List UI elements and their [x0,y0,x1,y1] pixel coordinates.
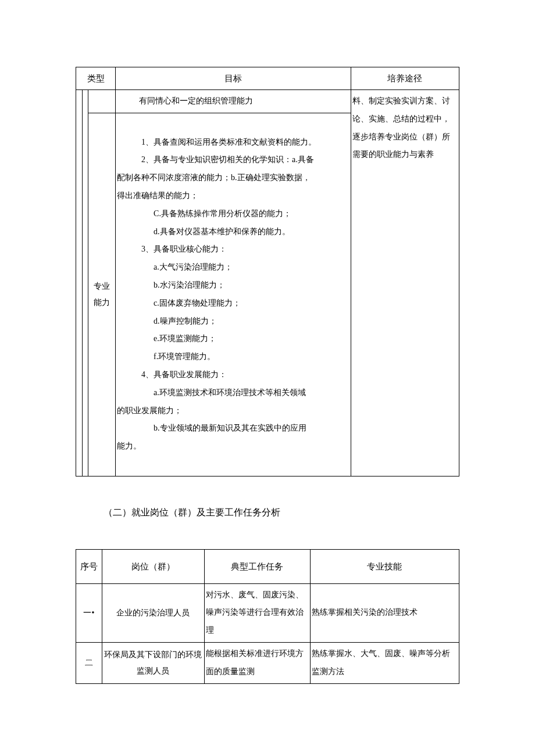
line: 的职业发展能力； [117,402,349,420]
line: C.具备熟练操作常用分析仪器的能力； [117,205,349,223]
cell-position: 企业的污染治理人员 [102,583,204,642]
category-label: 专业能力 [94,282,110,307]
table-row: 有同情心和一定的组织管理能力 料、制定实验实训方案、讨论、实施、总结的过程中，逐… [76,90,459,113]
cell-target-row1: 有同情心和一定的组织管理能力 [116,90,351,113]
line: 4、具备职业发展能力： [117,366,349,384]
cell-skill: 熟练掌握水、大气、固废、噪声等分析监测方法 [310,642,459,683]
cell-no: 一• [76,583,102,642]
cell-path: 料、制定实验实训方案、讨论、实施、总结的过程中，逐步培养专业岗位（群）所需要的职… [351,90,459,476]
line: a.环境监测技术和环境治理技术等相关领域 [117,384,349,402]
page: 类型 目标 培养途径 有同情心和一定的组织管理能力 料、制定实验实训方案、讨论、… [0,0,535,756]
line: b.专业领域的最新知识及其在实践中的应用 [117,420,349,438]
line [117,120,119,128]
cell-skill: 熟练掌握相关污染的治理技术 [310,583,459,642]
cell-blank [82,90,88,476]
cell-target-row2: 1、具备查阅和运用各类标准和文献资料的能力。 2、具备与专业知识密切相关的化学知… [116,113,351,476]
header-target: 目标 [116,67,351,90]
header-position: 岗位（群） [102,549,204,583]
header-task: 典型工作任务 [205,549,311,583]
line: f.环境管理能力。 [117,348,349,366]
table-row: 二 环保局及其下设部门的环境监测人员 能根据相关标准进行环境方面的质量监测 熟练… [76,642,459,683]
table-header-row: 类型 目标 培养途径 [76,67,459,90]
cell-position: 环保局及其下设部门的环境监测人员 [102,642,204,683]
line: b.水污染治理能力； [117,277,349,295]
table-header-row: 序号 岗位（群） 典型工作任务 专业技能 [76,549,459,583]
line: 得出准确结果的能力； [117,187,349,205]
table-row: 一• 企业的污染治理人员 对污水、废气、固废污染、噪声污染等进行合理有效治理 熟… [76,583,459,642]
header-type: 类型 [76,67,116,90]
job-analysis-table: 序号 岗位（群） 典型工作任务 专业技能 一• 企业的污染治理人员 对污水、废气… [76,549,459,684]
line [117,460,119,468]
header-no: 序号 [76,549,102,583]
cell-blank [88,90,116,113]
line: 2、具备与专业知识密切相关的化学知识：a.具备 [117,151,349,169]
line: a.大气污染治理能力； [117,259,349,277]
line: c.固体废弃物处理能力； [117,295,349,313]
cell-task: 能根据相关标准进行环境方面的质量监测 [205,642,311,683]
cell-category: 专业能力 [88,113,116,476]
line: 1、具备查阅和运用各类标准和文献资料的能力。 [117,134,349,152]
line: d.噪声控制能力； [117,313,349,331]
line: 能力。 [117,438,349,456]
line: e.环境监测能力； [117,330,349,348]
line: 3、具备职业核心能力： [117,241,349,259]
line: 配制各种不同浓度溶液的能力；b.正确处理实验数据， [117,169,349,187]
cell-task: 对污水、废气、固废污染、噪声污染等进行合理有效治理 [205,583,311,642]
cell-no: 二 [76,642,102,683]
header-path: 培养途径 [351,67,459,90]
header-skill: 专业技能 [310,549,459,583]
line: d.具备对仪器基本维护和保养的能力。 [117,223,349,241]
competency-table: 类型 目标 培养途径 有同情心和一定的组织管理能力 料、制定实验实训方案、讨论、… [76,67,459,476]
section-title: （二）就业岗位（群）及主要工作任务分析 [104,504,459,521]
cell-blank [76,90,83,476]
